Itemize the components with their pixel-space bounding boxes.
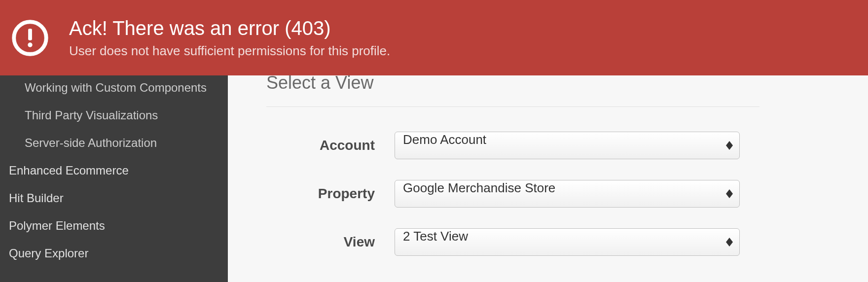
sidebar-subitem-third-party-viz[interactable]: Third Party Visualizations: [0, 102, 228, 129]
error-message: User does not have sufficient permission…: [69, 43, 390, 59]
sidebar-item-query-explorer[interactable]: Query Explorer: [0, 240, 228, 264]
form-row-account: Account Demo Account: [266, 132, 868, 159]
section-divider: [266, 106, 760, 107]
sidebar-subitem-custom-components[interactable]: Working with Custom Components: [0, 74, 228, 102]
svg-rect-7: [28, 29, 32, 40]
sidebar-item-enhanced-ecommerce[interactable]: Enhanced Ecommerce: [0, 157, 228, 184]
form-row-property: Property Google Merchandise Store: [266, 180, 868, 208]
account-select[interactable]: Demo Account: [395, 132, 740, 159]
view-select[interactable]: 2 Test View: [395, 228, 740, 256]
account-label: Account: [266, 138, 395, 153]
error-title: Ack! There was an error (403): [69, 17, 390, 39]
sidebar-item-hit-builder[interactable]: Hit Builder: [0, 184, 228, 212]
svg-point-8: [28, 42, 32, 47]
section-title: Select a View: [266, 74, 868, 92]
property-label: Property: [266, 186, 395, 202]
sidebar-item-polymer-elements[interactable]: Polymer Elements: [0, 212, 228, 240]
error-banner: Ack! There was an error (403) User does …: [0, 0, 868, 75]
view-label: View: [266, 234, 395, 250]
alert-circle-icon: [11, 19, 49, 57]
form-row-view: View 2 Test View: [266, 228, 868, 256]
property-select[interactable]: Google Merchandise Store: [395, 180, 740, 208]
sidebar-subitem-server-side-auth[interactable]: Server-side Authorization: [0, 129, 228, 157]
